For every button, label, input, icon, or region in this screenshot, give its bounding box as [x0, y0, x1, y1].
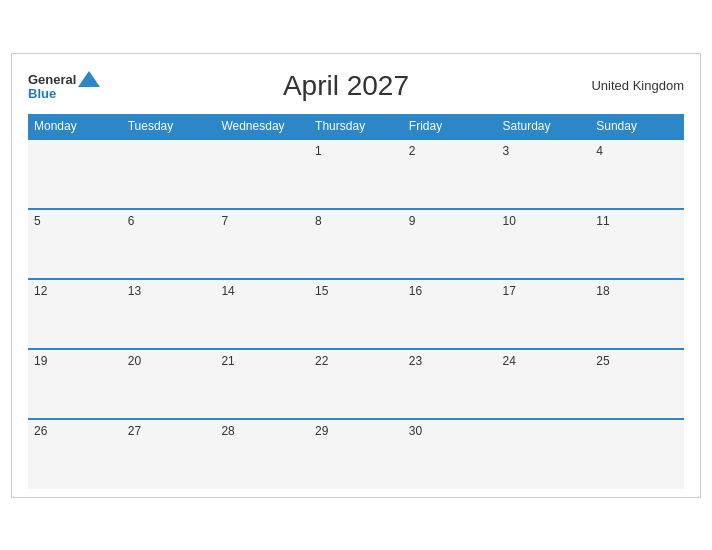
calendar-container: General Blue April 2027 United Kingdom M… [11, 53, 701, 498]
day-number: 17 [503, 284, 516, 298]
day-cell-25: 25 [590, 349, 684, 419]
logo-blue-text: Blue [28, 87, 56, 100]
day-number: 23 [409, 354, 422, 368]
day-number: 28 [221, 424, 234, 438]
weekday-header-friday: Friday [403, 114, 497, 139]
week-row-2: 12131415161718 [28, 279, 684, 349]
day-cell-11: 11 [590, 209, 684, 279]
day-number: 25 [596, 354, 609, 368]
logo-general-text: General [28, 73, 76, 86]
region-label: United Kingdom [591, 78, 684, 93]
logo-icon [78, 71, 100, 87]
week-row-1: 567891011 [28, 209, 684, 279]
calendar-grid: MondayTuesdayWednesdayThursdayFridaySatu… [28, 114, 684, 489]
day-cell-29: 29 [309, 419, 403, 489]
month-title: April 2027 [283, 70, 409, 102]
day-cell-4: 4 [590, 139, 684, 209]
calendar-header: General Blue April 2027 United Kingdom [28, 70, 684, 102]
logo: General Blue [28, 71, 100, 100]
day-number: 4 [596, 144, 603, 158]
day-number: 10 [503, 214, 516, 228]
day-cell-7: 7 [215, 209, 309, 279]
day-cell-24: 24 [497, 349, 591, 419]
day-number: 24 [503, 354, 516, 368]
day-number: 16 [409, 284, 422, 298]
day-cell-18: 18 [590, 279, 684, 349]
day-cell-28: 28 [215, 419, 309, 489]
svg-marker-0 [78, 71, 100, 87]
day-cell-3: 3 [497, 139, 591, 209]
day-number: 2 [409, 144, 416, 158]
weekday-header-sunday: Sunday [590, 114, 684, 139]
day-number: 1 [315, 144, 322, 158]
day-cell-6: 6 [122, 209, 216, 279]
day-cell-9: 9 [403, 209, 497, 279]
day-number: 19 [34, 354, 47, 368]
weekday-header-thursday: Thursday [309, 114, 403, 139]
empty-cell [590, 419, 684, 489]
weekday-header-tuesday: Tuesday [122, 114, 216, 139]
day-cell-10: 10 [497, 209, 591, 279]
day-cell-16: 16 [403, 279, 497, 349]
day-number: 9 [409, 214, 416, 228]
day-cell-15: 15 [309, 279, 403, 349]
day-cell-8: 8 [309, 209, 403, 279]
day-number: 7 [221, 214, 228, 228]
day-cell-21: 21 [215, 349, 309, 419]
day-cell-20: 20 [122, 349, 216, 419]
day-number: 30 [409, 424, 422, 438]
weekday-header-row: MondayTuesdayWednesdayThursdayFridaySatu… [28, 114, 684, 139]
day-number: 11 [596, 214, 609, 228]
day-cell-19: 19 [28, 349, 122, 419]
day-number: 5 [34, 214, 41, 228]
weekday-header-saturday: Saturday [497, 114, 591, 139]
day-number: 18 [596, 284, 609, 298]
day-number: 21 [221, 354, 234, 368]
day-cell-14: 14 [215, 279, 309, 349]
day-cell-23: 23 [403, 349, 497, 419]
day-cell-13: 13 [122, 279, 216, 349]
day-number: 29 [315, 424, 328, 438]
day-cell-17: 17 [497, 279, 591, 349]
day-number: 14 [221, 284, 234, 298]
day-cell-30: 30 [403, 419, 497, 489]
week-row-3: 19202122232425 [28, 349, 684, 419]
day-number: 12 [34, 284, 47, 298]
empty-cell [122, 139, 216, 209]
empty-cell [28, 139, 122, 209]
day-cell-2: 2 [403, 139, 497, 209]
day-number: 13 [128, 284, 141, 298]
day-number: 20 [128, 354, 141, 368]
day-number: 26 [34, 424, 47, 438]
weekday-header-wednesday: Wednesday [215, 114, 309, 139]
day-number: 6 [128, 214, 135, 228]
day-cell-12: 12 [28, 279, 122, 349]
day-cell-26: 26 [28, 419, 122, 489]
empty-cell [497, 419, 591, 489]
day-number: 15 [315, 284, 328, 298]
day-number: 8 [315, 214, 322, 228]
day-number: 22 [315, 354, 328, 368]
day-number: 27 [128, 424, 141, 438]
week-row-4: 2627282930 [28, 419, 684, 489]
weekday-header-monday: Monday [28, 114, 122, 139]
day-cell-22: 22 [309, 349, 403, 419]
day-cell-1: 1 [309, 139, 403, 209]
day-cell-5: 5 [28, 209, 122, 279]
empty-cell [215, 139, 309, 209]
week-row-0: 1234 [28, 139, 684, 209]
day-number: 3 [503, 144, 510, 158]
day-cell-27: 27 [122, 419, 216, 489]
